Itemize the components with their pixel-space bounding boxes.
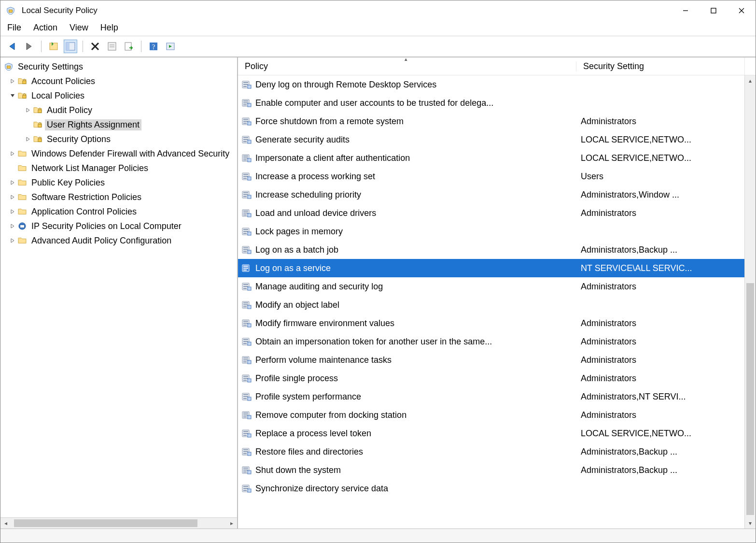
scroll-right-icon[interactable]: ▸ — [226, 518, 237, 529]
tree-item[interactable]: Application Control Policies — [0, 204, 237, 219]
tree-item-label: Account Policies — [29, 76, 97, 87]
toolbar-show-hide-console-tree-button[interactable] — [64, 40, 77, 53]
policy-icon — [241, 392, 252, 401]
toolbar-export-list-button[interactable] — [122, 40, 136, 53]
policy-name: Replace a process level token — [255, 429, 574, 439]
policy-row[interactable]: Synchronize directory service data — [238, 479, 745, 498]
policy-setting: LOCAL SERVICE,NETWO... — [574, 429, 745, 439]
policy-row[interactable]: Replace a process level tokenLOCAL SERVI… — [238, 424, 745, 443]
toolbar-manage-actions-button[interactable] — [164, 40, 177, 53]
policy-row[interactable]: Enable computer and user accounts to be … — [238, 94, 745, 112]
tree-item[interactable]: Public Key Policies — [0, 175, 237, 190]
policy-row[interactable]: Force shutdown from a remote systemAdmin… — [238, 112, 745, 130]
maximize-button[interactable] — [700, 1, 728, 20]
toolbar-help-button[interactable]: ? — [147, 40, 160, 53]
policy-row[interactable]: Generate security auditsLOCAL SERVICE,NE… — [238, 130, 745, 149]
policy-row[interactable]: Increase a process working setUsers — [238, 167, 745, 186]
policy-row[interactable]: Impersonate a client after authenticatio… — [238, 149, 745, 167]
tree-item[interactable]: Windows Defender Firewall with Advanced … — [0, 146, 237, 161]
policy-row[interactable]: Perform volume maintenance tasksAdminist… — [238, 351, 745, 369]
menu-file[interactable]: File — [7, 23, 21, 33]
menu-help[interactable]: Help — [100, 23, 118, 33]
scroll-left-icon[interactable]: ◂ — [0, 518, 11, 529]
policy-row[interactable]: Profile system performanceAdministrators… — [238, 387, 745, 406]
chevron-down-icon[interactable] — [8, 93, 17, 98]
scroll-up-icon[interactable]: ▴ — [745, 75, 756, 86]
tree-view[interactable]: Security SettingsAccount PoliciesLocal P… — [0, 57, 237, 517]
policy-icon — [241, 80, 252, 89]
policy-row[interactable]: Log on as a serviceNT SERVICE\ALL SERVIC… — [238, 259, 745, 277]
policy-name: Profile system performance — [255, 392, 574, 402]
policy-setting: Administrators — [574, 208, 745, 218]
scroll-thumb[interactable] — [14, 519, 197, 527]
chevron-right-icon[interactable] — [8, 151, 17, 156]
tree-item[interactable]: Security Options — [0, 132, 237, 146]
column-header-setting[interactable]: Security Setting — [576, 61, 744, 71]
policy-row[interactable]: Deny log on through Remote Desktop Servi… — [238, 75, 745, 94]
folder-icon — [17, 208, 28, 215]
policy-row[interactable]: Lock pages in memory — [238, 222, 745, 241]
toolbar-show-hide-tree-button[interactable] — [47, 40, 60, 53]
policy-name: Log on as a batch job — [255, 245, 574, 255]
policy-row[interactable]: Increase scheduling priorityAdministrato… — [238, 186, 745, 204]
policy-setting: Administrators — [574, 355, 745, 365]
policy-row[interactable]: Log on as a batch jobAdministrators,Back… — [238, 241, 745, 259]
tree-item[interactable]: Local Policies — [0, 88, 237, 103]
chevron-right-icon[interactable] — [24, 137, 32, 142]
policy-name: Impersonate a client after authenticatio… — [255, 153, 574, 163]
policy-icon — [241, 337, 252, 346]
tree-item-label: Public Key Policies — [29, 177, 107, 188]
scroll-thumb[interactable] — [746, 283, 754, 515]
folder-lock-icon — [32, 106, 43, 114]
menu-action[interactable]: Action — [33, 23, 57, 33]
policy-row[interactable]: Load and unload device driversAdministra… — [238, 204, 745, 222]
tree-item[interactable]: Audit Policy — [0, 103, 237, 117]
policy-row[interactable]: Remove computer from docking stationAdmi… — [238, 406, 745, 424]
chevron-right-icon[interactable] — [8, 180, 17, 185]
chevron-right-icon[interactable] — [8, 238, 17, 243]
list-header[interactable]: ▴ Policy Security Setting — [238, 57, 756, 75]
toolbar-nav-back-button[interactable] — [5, 40, 19, 53]
chevron-right-icon[interactable] — [8, 79, 17, 84]
folder-icon — [17, 150, 28, 157]
tree-item[interactable]: Network List Manager Policies — [0, 161, 237, 175]
policy-list[interactable]: Deny log on through Remote Desktop Servi… — [238, 75, 745, 529]
ipsec-icon — [17, 222, 28, 230]
policy-icon — [241, 447, 252, 456]
tree-item[interactable]: IP Security Policies on Local Computer — [0, 219, 237, 233]
policy-icon — [241, 209, 252, 217]
tree-root[interactable]: Security Settings — [0, 59, 237, 74]
policy-setting: Administrators,Backup ... — [574, 465, 745, 475]
column-header-policy[interactable]: Policy — [238, 61, 576, 71]
policy-row[interactable]: Restore files and directoriesAdministrat… — [238, 443, 745, 461]
toolbar-properties-button[interactable] — [105, 40, 119, 53]
list-vertical-scrollbar[interactable]: ▴ ▾ — [744, 75, 756, 529]
policy-row[interactable]: Profile single processAdministrators — [238, 369, 745, 387]
policy-icon — [241, 484, 252, 493]
tree-item[interactable]: Advanced Audit Policy Configuration — [0, 233, 237, 248]
minimize-button[interactable] — [672, 1, 700, 20]
policy-row[interactable]: Shut down the systemAdministrators,Backu… — [238, 461, 745, 479]
tree-item[interactable]: Account Policies — [0, 74, 237, 88]
toolbar-nav-forward-button[interactable] — [22, 40, 36, 53]
chevron-right-icon[interactable] — [8, 195, 17, 200]
chevron-right-icon[interactable] — [24, 108, 32, 113]
chevron-right-icon[interactable] — [8, 224, 17, 229]
policy-row[interactable]: Manage auditing and security logAdminist… — [238, 277, 745, 296]
close-button[interactable] — [728, 1, 756, 20]
policy-icon — [241, 99, 252, 107]
tree-horizontal-scrollbar[interactable]: ◂ ▸ — [0, 517, 237, 529]
policy-name: Enable computer and user accounts to be … — [255, 98, 574, 108]
tree-item[interactable]: User Rights Assignment — [0, 117, 237, 132]
toolbar-delete-button[interactable] — [88, 40, 102, 53]
policy-row[interactable]: Modify firmware environment valuesAdmini… — [238, 314, 745, 332]
tree-item[interactable]: Software Restriction Policies — [0, 190, 237, 204]
scroll-down-icon[interactable]: ▾ — [745, 518, 756, 529]
policy-row[interactable]: Modify an object label — [238, 296, 745, 314]
chevron-right-icon[interactable] — [8, 209, 17, 214]
folder-icon — [17, 179, 28, 186]
window-title: Local Security Policy — [22, 6, 98, 15]
folder-lock-icon — [32, 121, 43, 129]
menu-view[interactable]: View — [70, 23, 88, 33]
policy-row[interactable]: Obtain an impersonation token for anothe… — [238, 332, 745, 351]
